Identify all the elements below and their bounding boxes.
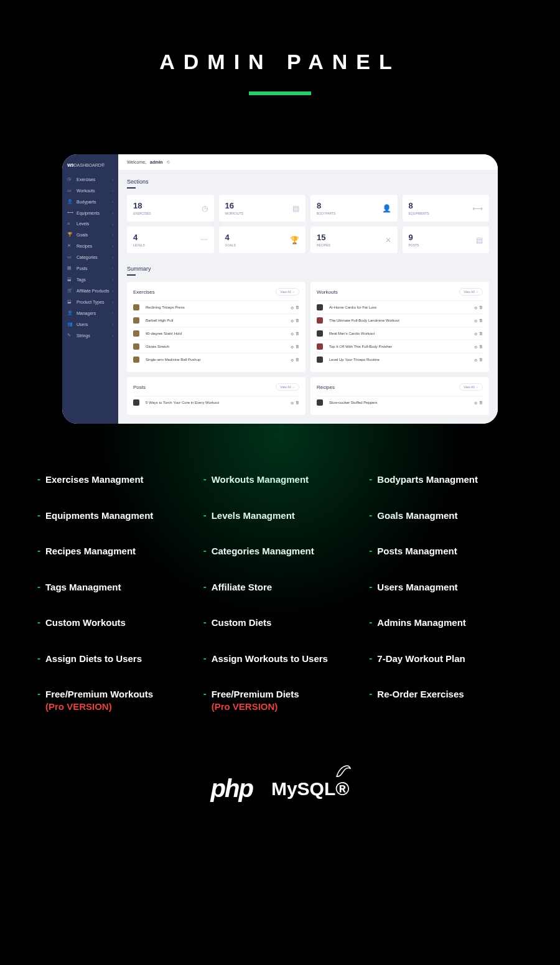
trash-icon[interactable]: 🗑 <box>296 345 299 349</box>
stat-card-levels[interactable]: 4LEVELS〰 <box>127 226 214 253</box>
stat-icon: ✕ <box>385 236 391 245</box>
trash-icon[interactable]: 🗑 <box>479 345 483 349</box>
gear-icon[interactable]: ⚙ <box>474 319 477 323</box>
item-label: Top It Off With This Full-Body Finisher <box>329 345 474 348</box>
sidebar-item-goals[interactable]: 🏆Goals› <box>62 229 118 240</box>
list-item[interactable]: Real Man's Cardio Workout⚙🗑 <box>317 327 483 340</box>
trash-icon[interactable]: 🗑 <box>479 332 483 336</box>
logout-icon[interactable]: ⎋ <box>167 159 170 165</box>
sidebar-item-workouts[interactable]: ▭Workouts› <box>62 185 118 196</box>
item-actions: ⚙🗑 <box>291 305 299 310</box>
gear-icon[interactable]: ⚙ <box>291 332 294 336</box>
sidebar-icon: ▭ <box>67 188 73 193</box>
list-item[interactable]: 90-degree Static Hold⚙🗑 <box>133 327 299 340</box>
sidebar-item-strings[interactable]: ✎Strings› <box>62 330 118 341</box>
dash-icon: - <box>369 581 372 592</box>
sidebar-logo: W9DASHBOARD® <box>62 159 118 174</box>
summary-card-workouts: WorkoutsView All →At-Home Cardio for Fat… <box>310 282 489 372</box>
gear-icon[interactable]: ⚙ <box>474 401 477 405</box>
item-label: Real Man's Cardio Workout <box>329 332 474 335</box>
dash-icon: - <box>203 581 207 592</box>
stat-card-bodyparts[interactable]: 8BODYPARTS👤 <box>310 195 398 221</box>
list-item[interactable]: At-Home Cardio for Fat Loss⚙🗑 <box>317 301 483 314</box>
trash-icon[interactable]: 🗑 <box>296 401 299 405</box>
chevron-right-icon: › <box>112 333 113 337</box>
stat-card-workouts[interactable]: 16WORKOUTS▤ <box>219 195 306 221</box>
sidebar-item-posts[interactable]: ▤Posts› <box>62 263 118 274</box>
gear-icon[interactable]: ⚙ <box>291 319 294 323</box>
sidebar-item-managers[interactable]: 👤Managers› <box>62 307 118 319</box>
sidebar-item-exercises[interactable]: ◷Exercises› <box>62 174 118 185</box>
trash-icon[interactable]: 🗑 <box>479 401 483 405</box>
stat-card-goals[interactable]: 4GOALS🏆 <box>219 226 306 253</box>
trash-icon[interactable]: 🗑 <box>479 319 483 323</box>
sidebar-item-levels[interactable]: ≡Levels› <box>62 218 118 229</box>
view-all-button[interactable]: View All → <box>459 383 483 391</box>
gear-icon[interactable]: ⚙ <box>291 358 294 362</box>
list-item[interactable]: Level Up Your Triceps Routine⚙🗑 <box>317 353 483 366</box>
chevron-right-icon: › <box>112 244 113 248</box>
sidebar-item-bodyparts[interactable]: 👤Bodyparts› <box>62 196 118 207</box>
sidebar-item-equipments[interactable]: ⟷Equipments› <box>62 207 118 218</box>
topbar: Welcome, admin ⎋ <box>118 154 498 170</box>
stat-label: POSTS <box>409 243 419 247</box>
gear-icon[interactable]: ⚙ <box>474 305 477 310</box>
feature-item: -Affiliate Store <box>203 581 357 594</box>
mysql-logo: MySQL® <box>271 778 349 800</box>
trash-icon[interactable]: 🗑 <box>296 305 299 310</box>
list-item[interactable]: Single-arm Medicine Ball Pushup⚙🗑 <box>133 353 299 366</box>
view-all-button[interactable]: View All → <box>276 288 299 296</box>
list-item[interactable]: Reclining Triceps Press⚙🗑 <box>133 301 299 314</box>
list-item[interactable]: The Ultimate Full-Body Landmine Workout⚙… <box>317 314 483 327</box>
sidebar-item-recipes[interactable]: ✕Recipes› <box>62 240 118 251</box>
chevron-right-icon: › <box>112 233 113 236</box>
gear-icon[interactable]: ⚙ <box>474 332 477 336</box>
stat-card-posts[interactable]: 9POSTS▤ <box>403 226 490 253</box>
feature-text: Assign Diets to Users <box>45 653 142 665</box>
sidebar-label: Affiliate Products <box>77 289 112 293</box>
php-logo: php <box>211 775 253 803</box>
feature-item: -Free/Premium Workouts(Pro VERSION) <box>37 688 191 712</box>
sidebar-item-categories[interactable]: ▭Categories› <box>62 251 118 263</box>
dash-icon: - <box>37 581 40 592</box>
chevron-right-icon: › <box>112 189 113 192</box>
list-item[interactable]: Glutes Stretch⚙🗑 <box>133 340 299 353</box>
feature-text: Free/Premium Diets(Pro VERSION) <box>212 688 299 712</box>
gear-icon[interactable]: ⚙ <box>291 401 294 405</box>
sidebar-icon: ✎ <box>67 333 73 338</box>
sidebar-icon: ⬓ <box>67 277 73 282</box>
sidebar-item-tags[interactable]: ⬓Tags› <box>62 274 118 285</box>
sidebar-item-affiliate-products[interactable]: 🛒Affiliate Products› <box>62 285 118 296</box>
gear-icon[interactable]: ⚙ <box>474 345 477 349</box>
trash-icon[interactable]: 🗑 <box>296 358 299 362</box>
summary-card-exercises: ExercisesView All →Reclining Triceps Pre… <box>127 282 306 372</box>
dash-icon: - <box>37 510 40 520</box>
stat-card-recipes[interactable]: 15RECIPES✕ <box>310 226 398 253</box>
gear-icon[interactable]: ⚙ <box>474 358 477 362</box>
list-item[interactable]: Slow-cooker Stuffed Peppers⚙🗑 <box>317 396 483 409</box>
summary-card-recipes: RecipesView All →Slow-cooker Stuffed Pep… <box>310 377 489 415</box>
list-item[interactable]: 5 Ways to Torch Your Core in Every Worko… <box>133 396 299 409</box>
stat-label: RECIPES <box>317 243 330 247</box>
dash-icon: - <box>369 688 372 699</box>
list-item[interactable]: Barbell High Pull⚙🗑 <box>133 314 299 327</box>
sidebar-item-product-types[interactable]: ⬓Product Types› <box>62 296 118 307</box>
sidebar-label: Workouts <box>77 189 112 193</box>
stat-card-equipments[interactable]: 8EQUIPMENTS⟷ <box>403 195 490 221</box>
sidebar-icon: 🏆 <box>67 232 73 237</box>
stat-label: EQUIPMENTS <box>409 212 429 215</box>
view-all-button[interactable]: View All → <box>276 383 299 391</box>
trash-icon[interactable]: 🗑 <box>296 332 299 336</box>
view-all-button[interactable]: View All → <box>459 288 483 296</box>
trash-icon[interactable]: 🗑 <box>479 358 483 362</box>
trash-icon[interactable]: 🗑 <box>296 319 299 323</box>
stat-card-exercises[interactable]: 18EXERCISES◷ <box>127 195 214 221</box>
gear-icon[interactable]: ⚙ <box>291 305 294 310</box>
gear-icon[interactable]: ⚙ <box>291 345 294 349</box>
feature-text: Exercises Managment <box>45 473 144 486</box>
tech-logos: php MySQL® <box>0 775 560 803</box>
sidebar-item-users[interactable]: 👥Users› <box>62 319 118 330</box>
trash-icon[interactable]: 🗑 <box>479 305 483 310</box>
item-actions: ⚙🗑 <box>291 319 299 323</box>
list-item[interactable]: Top It Off With This Full-Body Finisher⚙… <box>317 340 483 353</box>
